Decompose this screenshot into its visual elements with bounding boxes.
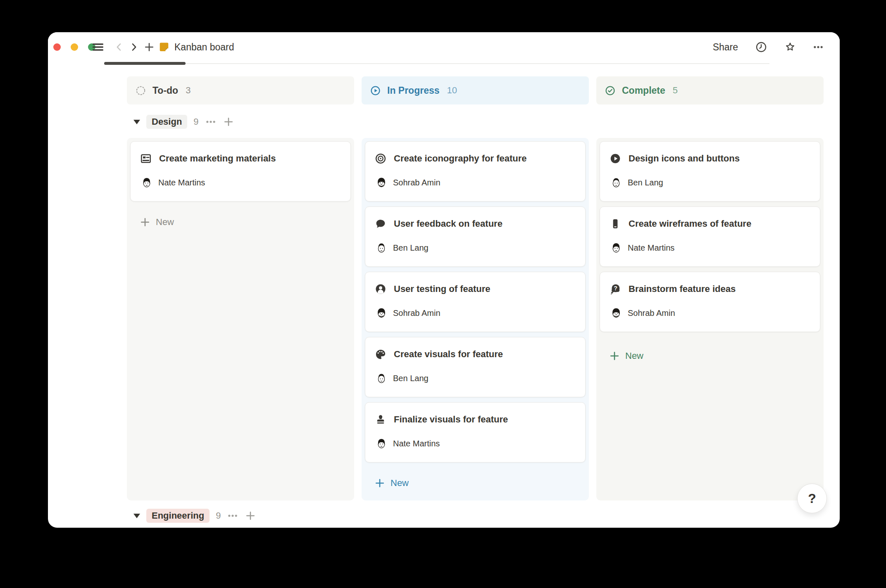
group-add-icon[interactable] <box>245 510 256 522</box>
card-title: Create iconography for feature <box>394 153 527 164</box>
card-title: User feedback on feature <box>394 218 503 229</box>
back-icon[interactable] <box>112 32 126 62</box>
speech-bubble-icon <box>374 218 387 230</box>
bullseye-icon <box>374 152 387 165</box>
avatar <box>610 176 622 189</box>
group-label-engineering[interactable]: Engineering <box>146 509 210 523</box>
new-card-label: New <box>391 478 409 488</box>
palette-icon <box>374 348 387 360</box>
help-button[interactable]: ? <box>797 484 827 513</box>
card-assignee-row: Ben Lang <box>375 242 429 254</box>
history-icon[interactable] <box>753 32 769 62</box>
card-assignee-row: Nate Martins <box>375 437 440 450</box>
newspaper-icon <box>140 152 152 165</box>
assignee-name: Sohrab Amin <box>393 308 441 318</box>
card[interactable]: Design icons and buttonsBen Lang <box>600 141 820 202</box>
column-body-todo: Create marketing materialsNate MartinsNe… <box>127 138 354 500</box>
close-window-button[interactable] <box>53 43 61 51</box>
card-title-row: Create marketing materials <box>140 152 276 165</box>
avatar <box>375 242 388 254</box>
card[interactable]: User feedback on featureBen Lang <box>365 206 586 267</box>
card-title: Design icons and buttons <box>629 153 740 164</box>
card-assignee-row: Sohrab Amin <box>375 307 441 319</box>
assignee-name: Sohrab Amin <box>628 308 675 318</box>
card-title: Create visuals for feature <box>394 349 503 360</box>
avatar <box>610 307 622 319</box>
card[interactable]: Create visuals for featureBen Lang <box>365 337 586 397</box>
forward-icon[interactable] <box>127 32 141 62</box>
card-title-row: User testing of feature <box>374 283 491 295</box>
card[interactable]: Create iconography for featureSohrab Ami… <box>365 141 586 202</box>
column-body-in-progress: Create iconography for featureSohrab Ami… <box>362 138 589 500</box>
more-icon[interactable] <box>810 32 826 62</box>
user-circle-icon <box>374 283 387 295</box>
group-row-engineering: Engineering 9 <box>133 507 256 524</box>
avatar <box>375 372 388 384</box>
plus-icon <box>374 477 386 489</box>
assignee-name: Nate Martins <box>393 439 440 448</box>
new-card-button[interactable]: New <box>374 477 409 489</box>
svg-text:?: ? <box>614 285 617 292</box>
plus-icon <box>609 350 620 362</box>
avatar <box>610 242 622 254</box>
page-title[interactable]: Kanban board <box>174 32 234 62</box>
star-icon[interactable] <box>782 32 798 62</box>
avatar <box>141 176 153 189</box>
column-count: 5 <box>673 85 678 96</box>
group-more-icon[interactable] <box>205 116 217 128</box>
new-card-button[interactable]: New <box>609 350 643 362</box>
card[interactable]: Finalize visuals for featureNate Martins <box>365 402 586 462</box>
card-title: Create marketing materials <box>159 153 276 164</box>
column-count: 10 <box>447 85 457 96</box>
card[interactable]: User testing of featureSohrab Amin <box>365 272 586 332</box>
avatar <box>375 307 388 319</box>
thought-question-icon: ? <box>609 283 622 295</box>
assignee-name: Sohrab Amin <box>393 178 441 187</box>
card-assignee-row: Nate Martins <box>141 176 205 189</box>
menu-icon[interactable] <box>90 32 106 62</box>
minimize-window-button[interactable] <box>71 43 78 51</box>
card-title-row: Finalize visuals for feature <box>374 413 508 426</box>
collapse-triangle-icon[interactable] <box>133 514 140 518</box>
card[interactable]: Create marketing materialsNate Martins <box>130 141 351 202</box>
assignee-name: Ben Lang <box>393 243 429 253</box>
card-title-row: Create visuals for feature <box>374 348 503 360</box>
group-add-icon[interactable] <box>223 116 234 128</box>
group-count: 9 <box>193 116 198 127</box>
collapse-triangle-icon[interactable] <box>133 120 140 124</box>
column-count: 3 <box>186 85 191 96</box>
group-count: 9 <box>216 510 221 521</box>
assignee-name: Ben Lang <box>628 178 663 187</box>
card-title-row: User feedback on feature <box>374 218 503 230</box>
new-card-label: New <box>625 351 643 361</box>
card-title-row: Create iconography for feature <box>374 152 527 165</box>
column-label: Complete <box>622 85 665 96</box>
card-title: User testing of feature <box>394 284 491 294</box>
group-label-design[interactable]: Design <box>146 115 187 129</box>
check-circle-icon <box>605 85 616 96</box>
card[interactable]: Create wireframes of featureNate Martins <box>600 206 820 267</box>
phone-icon <box>609 218 622 230</box>
app-window: Kanban board Share Design 9 Engineering … <box>48 32 840 528</box>
card[interactable]: ?Brainstorm feature ideasSohrab Amin <box>600 272 820 332</box>
group-row-design: Design 9 <box>133 113 234 130</box>
column-label: In Progress <box>387 85 440 96</box>
kanban-board: Design 9 Engineering 9 To-do3Create mark… <box>48 62 840 528</box>
column-label: To-do <box>152 85 178 96</box>
new-card-button[interactable]: New <box>139 216 174 228</box>
avatar <box>375 176 388 189</box>
stamp-icon <box>374 413 387 426</box>
column-header-in-progress[interactable]: In Progress10 <box>362 76 589 104</box>
card-title-row: Design icons and buttons <box>609 152 740 165</box>
column-header-todo[interactable]: To-do3 <box>127 76 354 104</box>
new-page-icon[interactable] <box>142 32 157 62</box>
column-header-complete[interactable]: Complete5 <box>596 76 824 104</box>
share-button[interactable]: Share <box>713 32 738 62</box>
card-assignee-row: Sohrab Amin <box>375 176 441 189</box>
card-title: Finalize visuals for feature <box>394 414 508 425</box>
plus-icon <box>139 216 151 228</box>
group-more-icon[interactable] <box>227 510 238 522</box>
card-assignee-row: Ben Lang <box>375 372 429 384</box>
assignee-name: Ben Lang <box>393 374 429 383</box>
card-title: Create wireframes of feature <box>629 218 751 229</box>
